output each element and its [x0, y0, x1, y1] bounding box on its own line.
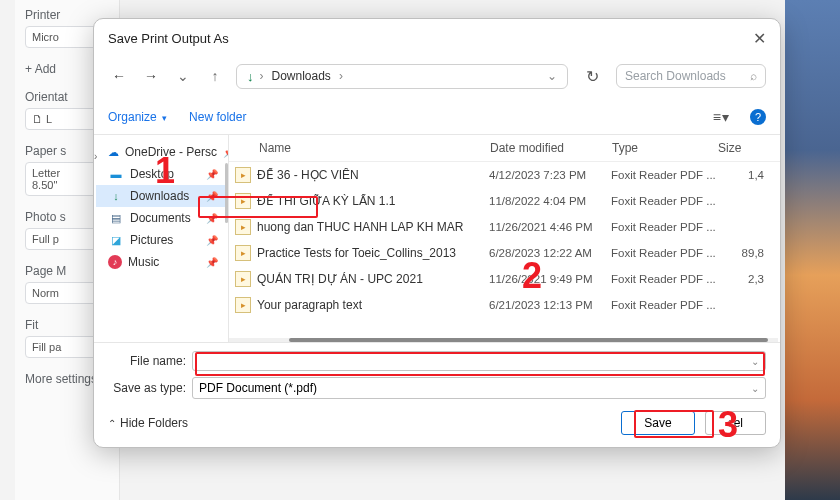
search-icon: ⌕ [750, 69, 757, 83]
sidebar-label: Music [128, 255, 159, 269]
hide-folders-toggle[interactable]: ⌃Hide Folders [108, 416, 188, 430]
column-size[interactable]: Size [718, 141, 774, 155]
pdf-icon: ▸ [235, 297, 251, 313]
pdf-icon: ▸ [235, 167, 251, 183]
search-input[interactable]: Search Downloads ⌕ [616, 64, 766, 88]
nav-forward[interactable]: → [140, 65, 162, 87]
save-type-label: Save as type: [108, 381, 186, 395]
file-name-input[interactable]: ⌄ [192, 351, 766, 371]
save-as-dialog: Save Print Output As ✕ ← → ⌄ ↑ ↓ › Downl… [93, 18, 781, 448]
file-name: ĐỀ THI GIỮA KỲ LẦN 1.1 [257, 194, 489, 208]
nav-back[interactable]: ← [108, 65, 130, 87]
organize-menu[interactable]: Organize ▾ [108, 110, 167, 124]
sidebar-label: Documents [130, 211, 191, 225]
address-bar[interactable]: ↓ › Downloads › ⌄ [236, 64, 568, 89]
preview-area [785, 0, 840, 500]
file-list-pane: Name Date modified Type Size ▸ĐỀ 36 - HỌ… [229, 135, 780, 342]
help-button[interactable]: ? [750, 109, 766, 125]
sidebar-label: OneDrive - Persc [125, 145, 217, 159]
file-date: 4/12/2023 7:23 PM [489, 169, 611, 181]
download-icon: ↓ [247, 69, 254, 84]
file-type: Foxit Reader PDF ... [611, 195, 719, 207]
column-date[interactable]: Date modified [490, 141, 612, 155]
folder-sidebar: › ☁OneDrive - Persc📌▬Desktop📌↓Downloads📌… [94, 135, 229, 342]
pin-icon: 📌 [206, 213, 218, 224]
sidebar-scrollbar[interactable] [225, 163, 228, 223]
sidebar-item-downloads[interactable]: ↓Downloads📌 [96, 185, 226, 207]
file-size: 89,8 [719, 247, 774, 259]
nav-up[interactable]: ↑ [204, 65, 226, 87]
download-icon: ↓ [108, 189, 124, 203]
file-row[interactable]: ▸Practice Tests for Toeic_Collins_20136/… [229, 240, 780, 266]
file-size: 2,3 [719, 273, 774, 285]
file-date: 11/26/2021 9:49 PM [489, 273, 611, 285]
file-row[interactable]: ▸ĐỀ THI GIỮA KỲ LẦN 1.111/8/2022 4:04 PM… [229, 188, 780, 214]
pdf-icon: ▸ [235, 245, 251, 261]
column-type[interactable]: Type [612, 141, 718, 155]
file-name: huong dan THUC HANH LAP KH MAR [257, 220, 489, 234]
save-type-select[interactable]: PDF Document (*.pdf) ⌄ [192, 377, 766, 399]
column-name[interactable]: Name [235, 141, 490, 155]
pdf-icon: ▸ [235, 271, 251, 287]
view-mode-button[interactable]: ≡ ▾ [708, 106, 734, 128]
chevron-down-icon[interactable]: ⌄ [751, 356, 759, 367]
sidebar-label: Desktop [130, 167, 174, 181]
file-name: QUẢN TRỊ DỰ ÁN - UPC 2021 [257, 272, 489, 286]
file-row[interactable]: ▸Your paragraph text6/21/2023 12:13 PMFo… [229, 292, 780, 318]
file-type: Foxit Reader PDF ... [611, 299, 719, 311]
pin-icon: 📌 [223, 147, 229, 158]
dialog-title: Save Print Output As [108, 31, 229, 46]
sidebar-label: Pictures [130, 233, 173, 247]
desktop-icon: ▬ [108, 167, 124, 181]
file-name: ĐỀ 36 - HỌC VIÊN [257, 168, 489, 182]
file-row[interactable]: ▸QUẢN TRỊ DỰ ÁN - UPC 202111/26/2021 9:4… [229, 266, 780, 292]
file-date: 6/28/2023 12:22 AM [489, 247, 611, 259]
cloud-icon: ☁ [108, 145, 119, 159]
pdf-icon: ▸ [235, 219, 251, 235]
sidebar-item-pictures[interactable]: ◪Pictures📌 [96, 229, 226, 251]
pin-icon: 📌 [206, 169, 218, 180]
file-type: Foxit Reader PDF ... [611, 221, 719, 233]
file-name: Practice Tests for Toeic_Collins_2013 [257, 246, 489, 260]
new-folder-button[interactable]: New folder [189, 110, 246, 124]
pin-icon: 📌 [206, 191, 218, 202]
pdf-icon: ▸ [235, 193, 251, 209]
file-name-label: File name: [108, 354, 186, 368]
horizontal-scrollbar[interactable] [229, 338, 778, 342]
pic-icon: ◪ [108, 233, 124, 247]
close-button[interactable]: ✕ [753, 29, 766, 48]
sidebar-item-music[interactable]: ♪Music📌 [96, 251, 226, 273]
file-row[interactable]: ▸ĐỀ 36 - HỌC VIÊN4/12/2023 7:23 PMFoxit … [229, 162, 780, 188]
file-date: 6/21/2023 12:13 PM [489, 299, 611, 311]
file-date: 11/26/2021 4:46 PM [489, 221, 611, 233]
sidebar-item-documents[interactable]: ▤Documents📌 [96, 207, 226, 229]
sidebar-item-onedrive-persc[interactable]: ☁OneDrive - Persc📌 [96, 141, 226, 163]
file-date: 11/8/2022 4:04 PM [489, 195, 611, 207]
nav-recent[interactable]: ⌄ [172, 65, 194, 87]
file-type: Foxit Reader PDF ... [611, 273, 719, 285]
sidebar-item-desktop[interactable]: ▬Desktop📌 [96, 163, 226, 185]
refresh-button[interactable]: ↻ [578, 62, 606, 90]
pin-icon: 📌 [206, 257, 218, 268]
music-icon: ♪ [108, 255, 122, 269]
file-size: 1,4 [719, 169, 774, 181]
chevron-down-icon[interactable]: ⌄ [547, 69, 557, 83]
file-type: Foxit Reader PDF ... [611, 169, 719, 181]
doc-icon: ▤ [108, 211, 124, 225]
file-name: Your paragraph text [257, 298, 489, 312]
sidebar-label: Downloads [130, 189, 189, 203]
save-button[interactable]: Save [621, 411, 694, 435]
add-printer[interactable]: Add [35, 62, 56, 76]
pin-icon: 📌 [206, 235, 218, 246]
file-type: Foxit Reader PDF ... [611, 247, 719, 259]
cancel-button[interactable]: cel [705, 411, 766, 435]
chevron-down-icon[interactable]: ⌄ [751, 383, 759, 394]
file-row[interactable]: ▸huong dan THUC HANH LAP KH MAR11/26/202… [229, 214, 780, 240]
